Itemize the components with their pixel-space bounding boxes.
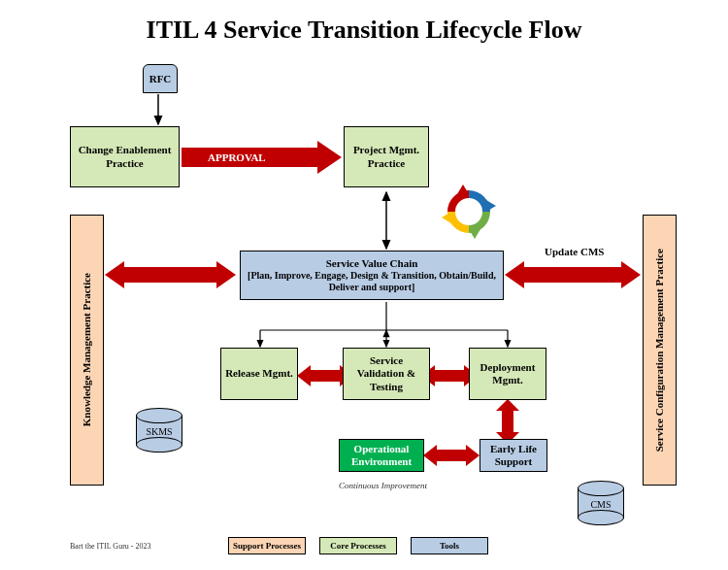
box-knowledge-mgmt: Knowledge Management Practice [70, 215, 104, 486]
cylinder-cms: CMS [578, 481, 624, 525]
svg-rect-8 [311, 370, 340, 382]
svg-rect-17 [437, 450, 466, 461]
svg-marker-6 [505, 261, 524, 288]
svg-marker-23 [457, 184, 469, 194]
svg-marker-7 [621, 261, 641, 288]
label-approval: APPROVAL [208, 151, 266, 163]
arrow-svc-to-scm [505, 261, 641, 288]
svg-marker-1 [317, 141, 342, 174]
svg-rect-2 [124, 267, 216, 283]
svg-marker-9 [297, 365, 311, 386]
arrow-deploy-earlylife [496, 399, 519, 444]
box-release-mgmt: Release Mgmt. [220, 348, 298, 400]
svg-rect-5 [524, 267, 621, 283]
rfc-tag: RFC [143, 64, 178, 93]
svg-marker-20 [486, 200, 496, 212]
arrow-openv-earlylife [423, 445, 480, 466]
label-continuous-improvement: Continuous Improvement [339, 481, 427, 490]
svg-marker-18 [423, 445, 437, 466]
box-service-value-chain: Service Value Chain [Plan, Improve, Enga… [240, 251, 504, 300]
box-project-mgmt: Project Mgmt. Practice [344, 126, 429, 187]
box-service-config-mgmt: Service Configuration Management Practic… [643, 215, 677, 486]
svg-marker-3 [105, 261, 124, 288]
svg-marker-4 [216, 261, 236, 288]
legend-support: Support Processes [228, 537, 306, 554]
label-skms: SKMS [136, 426, 182, 437]
legend: Support Processes Core Processes Tools [228, 537, 488, 554]
arrow-svc-to-km [105, 261, 236, 288]
label-update-cms: Update CMS [545, 246, 604, 257]
svg-rect-14 [502, 411, 513, 432]
box-deployment-mgmt: Deployment Mgmt. [469, 348, 546, 400]
svg-marker-22 [442, 212, 451, 223]
improvement-cycle-icon [442, 184, 496, 239]
svc-line2: [Plan, Improve, Engage, Design & Transit… [243, 270, 501, 293]
box-change-enablement: Change Enablement Practice [70, 126, 180, 187]
svg-marker-21 [469, 229, 480, 239]
cylinder-skms: SKMS [136, 408, 182, 453]
box-service-validation-testing: Service Validation & Testing [343, 348, 430, 400]
svg-rect-11 [435, 370, 464, 382]
svg-marker-15 [496, 399, 519, 411]
credit-text: Bart the ITIL Guru - 2023 [70, 542, 150, 551]
diagram-canvas: ITIL 4 Service Transition Lifecycle Flow… [0, 0, 728, 570]
box-operational-environment: Operational Environment [339, 439, 424, 472]
svg-marker-19 [466, 445, 480, 466]
svc-line1: Service Value Chain [326, 257, 418, 270]
box-early-life-support: Early Life Support [480, 439, 547, 472]
label-cms: CMS [578, 499, 624, 510]
legend-core: Core Processes [319, 537, 397, 554]
legend-tools: Tools [411, 537, 488, 554]
label-knowledge-mgmt: Knowledge Management Practice [81, 273, 93, 426]
label-service-config-mgmt: Service Configuration Management Practic… [653, 249, 666, 452]
